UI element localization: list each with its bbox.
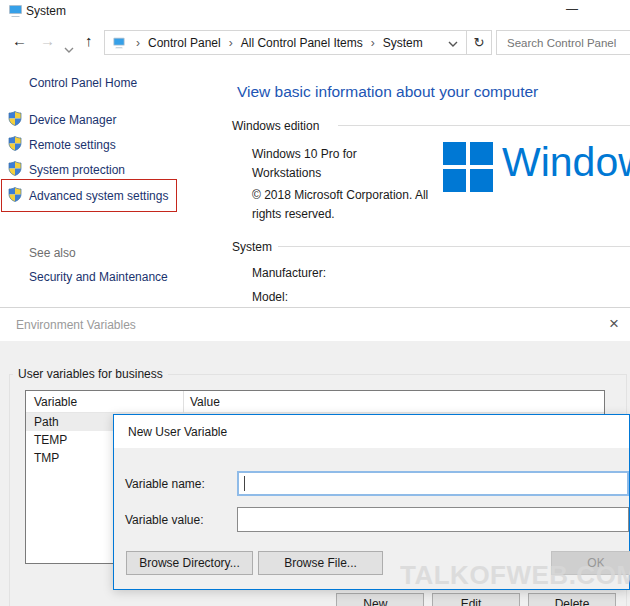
windows-edition-text: Windows 10 Pro for Workstations xyxy=(252,145,397,183)
variable-name-input[interactable] xyxy=(237,471,629,496)
dialog-title-bar: Environment Variables × xyxy=(0,308,630,341)
computer-icon xyxy=(8,4,23,22)
window-title: System xyxy=(26,4,66,18)
sidebar-item-label: Device Manager xyxy=(29,113,116,127)
group-divider xyxy=(278,246,630,247)
shield-icon xyxy=(8,136,22,155)
close-icon[interactable]: × xyxy=(602,313,626,335)
shield-icon xyxy=(8,161,22,180)
sidebar-item-control-panel-home[interactable]: Control Panel Home xyxy=(29,76,137,90)
windows-logo-text: Windows 10 xyxy=(502,139,630,186)
dialog-title-bar: New User Variable xyxy=(114,415,629,448)
breadcrumb-separator: › xyxy=(223,36,239,50)
delete-button[interactable]: Delete xyxy=(528,593,616,606)
new-button[interactable]: New... xyxy=(336,593,424,606)
breadcrumb-item-system[interactable]: System xyxy=(381,36,425,50)
computer-icon[interactable] xyxy=(112,37,126,49)
minimize-button[interactable]: — xyxy=(552,0,592,20)
sidebar-item-security-and-maintenance[interactable]: Security and Maintenance xyxy=(29,270,168,284)
sidebar-item-label: System protection xyxy=(29,163,125,177)
breadcrumb-separator: › xyxy=(130,36,146,50)
breadcrumb: › Control Panel › All Control Panel Item… xyxy=(105,34,466,52)
list-header: Variable Value xyxy=(26,391,604,413)
breadcrumb-item-control-panel[interactable]: Control Panel xyxy=(146,36,223,50)
system-group-label: System xyxy=(232,240,272,254)
refresh-icon[interactable]: ↻ xyxy=(467,35,491,50)
address-bar[interactable]: › Control Panel › All Control Panel Item… xyxy=(104,30,492,55)
copyright-text: © 2018 Microsoft Corporation. All rights… xyxy=(252,186,452,224)
manufacturer-label: Manufacturer: xyxy=(252,266,326,280)
dialog-title: New User Variable xyxy=(128,425,227,439)
see-also-label: See also xyxy=(29,246,76,260)
sidebar-item-label: Remote settings xyxy=(29,138,116,152)
sidebar-item-system-protection[interactable]: System protection xyxy=(8,161,125,179)
column-header-value[interactable]: Value xyxy=(184,395,604,409)
watermark-text: TALKOFWEB.COM xyxy=(400,560,630,591)
sidebar-item-device-manager[interactable]: Device Manager xyxy=(8,111,116,129)
windows-edition-group-label: Windows edition xyxy=(232,119,319,133)
edit-button[interactable]: Edit... xyxy=(432,593,520,606)
windows-flag-icon xyxy=(443,142,493,192)
search-input[interactable] xyxy=(496,30,630,55)
group-divider xyxy=(338,125,630,126)
variable-name-label: Variable name: xyxy=(125,477,205,491)
browse-file-button[interactable]: Browse File... xyxy=(258,551,383,575)
sidebar-item-remote-settings[interactable]: Remote settings xyxy=(8,136,116,154)
text-caret xyxy=(244,476,245,491)
model-label: Model: xyxy=(252,290,288,304)
variable-value-input[interactable] xyxy=(237,507,629,532)
breadcrumb-item-all-items[interactable]: All Control Panel Items xyxy=(239,36,365,50)
forward-icon: → xyxy=(40,33,55,48)
back-icon[interactable]: ← xyxy=(12,33,27,48)
column-header-variable[interactable]: Variable xyxy=(26,391,184,413)
shield-icon xyxy=(8,111,22,130)
variable-value-label: Variable value: xyxy=(125,513,204,527)
system-window: System — ← → ↑ › Control Panel › All Con… xyxy=(0,0,630,606)
dialog-title: Environment Variables xyxy=(16,318,136,332)
up-icon[interactable]: ↑ xyxy=(85,33,93,48)
address-dropdown-chevron-icon[interactable] xyxy=(448,34,466,52)
browse-directory-button[interactable]: Browse Directory... xyxy=(126,551,253,575)
breadcrumb-separator: › xyxy=(365,36,381,50)
page-title: View basic information about your comput… xyxy=(237,83,538,101)
recent-pages-chevron-icon[interactable] xyxy=(64,40,74,58)
highlight-annotation-box xyxy=(1,179,177,212)
user-variables-group-label: User variables for business xyxy=(13,367,168,381)
